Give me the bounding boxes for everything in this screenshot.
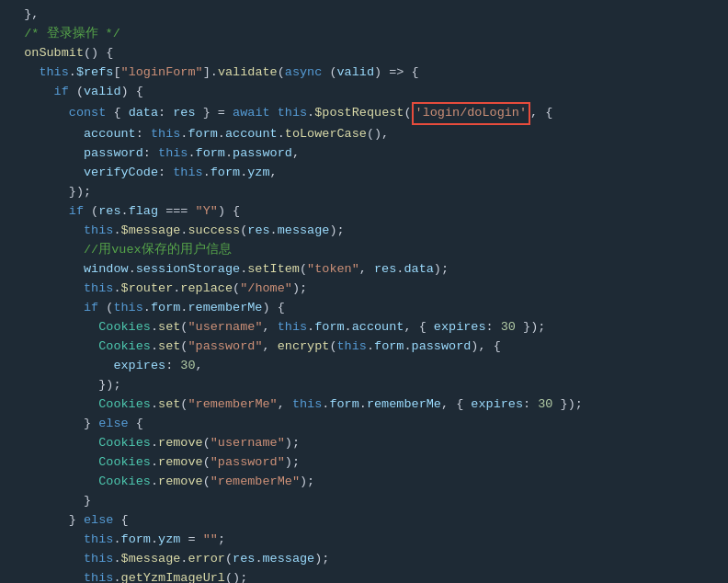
code-line: window.sessionStorage.setItem("token", r… (0, 260, 728, 280)
code-line: }); (0, 376, 728, 395)
code-line: onSubmit() { (0, 44, 728, 63)
code-line: this.form.yzm = ""; (0, 531, 728, 550)
code-line: //用vuex保存的用户信息 (0, 241, 728, 260)
code-line: } (0, 492, 728, 511)
code-container: }, /* 登录操作 */ onSubmit() { this.$refs["l… (0, 0, 728, 583)
code-line: account: this.form.account.toLowerCase()… (0, 125, 728, 144)
code-line: password: this.form.password, (0, 144, 728, 164)
code-line: Cookies.remove("username"); (0, 434, 728, 453)
code-line: }, (0, 6, 728, 25)
code-line: if (valid) { (0, 83, 728, 102)
code-line: this.$message.error(res.message); (0, 550, 728, 569)
code-line: this.$router.replace("/home"); (0, 280, 728, 299)
code-line: }); (0, 183, 728, 202)
code-line: Cookies.remove("rememberMe"); (0, 473, 728, 492)
code-line: this.getYzmImageUrl(); (0, 569, 728, 583)
highlighted-string: 'login/doLogin' (412, 102, 531, 125)
code-line: expires: 30, (0, 357, 728, 376)
code-line: if (this.form.rememberMe) { (0, 299, 728, 318)
code-line: if (res.flag === "Y") { (0, 202, 728, 222)
code-line: Cookies.set("username", this.form.accoun… (0, 318, 728, 337)
code-line: /* 登录操作 */ (0, 25, 728, 44)
code-line: Cookies.set("rememberMe", this.form.reme… (0, 395, 728, 415)
code-line: this.$message.success(res.message); (0, 222, 728, 241)
code-line: const { data: res } = await this.$postRe… (0, 102, 728, 125)
code-line: } else { (0, 511, 728, 531)
code-line: verifyCode: this.form.yzm, (0, 164, 728, 183)
code-line: } else { (0, 415, 728, 434)
code-line: Cookies.set("password", encrypt(this.for… (0, 337, 728, 357)
code-line: this.$refs["loginForm"].validate(async (… (0, 63, 728, 83)
code-line: Cookies.remove("password"); (0, 453, 728, 473)
